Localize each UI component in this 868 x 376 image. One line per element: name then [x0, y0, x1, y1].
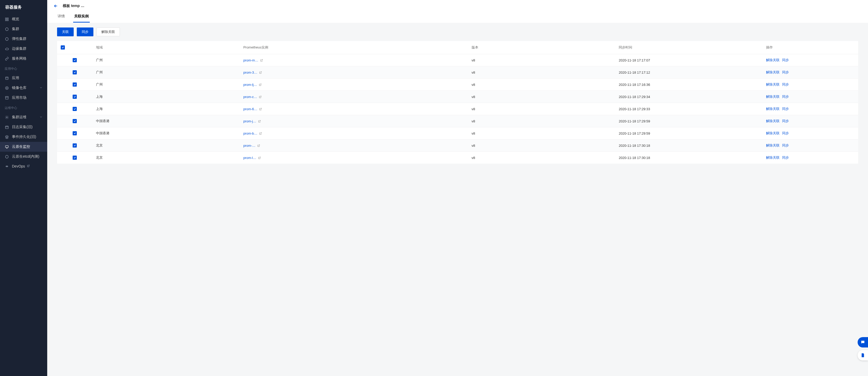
instance-cell: prom-… — [240, 139, 468, 152]
ops-cell: 解除关联同步 — [763, 91, 858, 103]
row-unlink-link[interactable]: 解除关联 — [766, 83, 779, 86]
back-arrow-icon[interactable] — [54, 4, 58, 8]
sidebar-item-event-persist-old[interactable]: 事件持久化(旧) — [0, 132, 47, 142]
row-checkbox[interactable] — [73, 156, 77, 160]
row-unlink-link[interactable]: 解除关联 — [766, 119, 779, 123]
row-check-cell — [57, 127, 92, 139]
row-unlink-link[interactable]: 解除关联 — [766, 156, 779, 159]
tabs: 详情关联实例 — [54, 11, 862, 23]
sidebar-item-cluster[interactable]: 集群 — [0, 24, 47, 34]
row-checkbox[interactable] — [73, 131, 77, 135]
chat-float-button[interactable] — [858, 337, 868, 347]
row-checkbox[interactable] — [73, 70, 77, 74]
link-button[interactable]: 关联 — [57, 28, 74, 36]
ops-cell: 解除关联同步 — [763, 54, 858, 66]
row-sync-link[interactable]: 同步 — [782, 83, 789, 86]
row-checkbox[interactable] — [73, 95, 77, 99]
row-unlink-link[interactable]: 解除关联 — [766, 58, 779, 62]
external-link-icon[interactable] — [257, 144, 260, 147]
row-unlink-link[interactable]: 解除关联 — [766, 95, 779, 98]
external-link-icon[interactable] — [258, 156, 261, 159]
row-sync-link[interactable]: 同步 — [782, 107, 789, 111]
external-link-icon[interactable] — [259, 83, 262, 86]
instance-cell: prom-b… — [240, 127, 468, 139]
sidebar-item-cloud-native-monitor[interactable]: 云原生监控 — [0, 142, 47, 152]
instance-link[interactable]: prom-lj… — [243, 83, 257, 87]
instance-link[interactable]: prom-l… — [243, 156, 256, 160]
instance-link[interactable]: prom-m… — [243, 58, 258, 62]
instance-link[interactable]: prom-c… — [243, 95, 257, 99]
tab-linked[interactable]: 关联实例 — [73, 11, 90, 23]
synctime-cell: 2020-11-18 17:17:07 — [615, 54, 763, 66]
external-link-icon[interactable] — [260, 59, 263, 62]
row-unlink-link[interactable]: 解除关联 — [766, 131, 779, 135]
svg-rect-2 — [5, 20, 6, 21]
sidebar-group-label: 应用中心 — [0, 64, 47, 73]
sidebar-item-app[interactable]: 应用 — [0, 73, 47, 83]
sidebar-item-image-repo[interactable]: 镜像仓库 — [0, 83, 47, 93]
instance-link[interactable]: prom-… — [243, 144, 255, 148]
hex-icon — [5, 155, 9, 159]
ops-cell: 解除关联同步 — [763, 152, 858, 164]
external-link-icon[interactable] — [259, 132, 262, 135]
sidebar-item-cluster-ops[interactable]: 集群运维 — [0, 112, 47, 122]
row-unlink-link[interactable]: 解除关联 — [766, 107, 779, 111]
doc-float-button[interactable] — [858, 350, 868, 361]
row-sync-link[interactable]: 同步 — [782, 119, 789, 123]
row-checkbox[interactable] — [73, 144, 77, 148]
sidebar-item-overview[interactable]: 概览 — [0, 14, 47, 24]
sync-button[interactable]: 同步 — [77, 28, 93, 36]
main-area: 模板 temp … 详情关联实例 关联 同步 解除关联 — [47, 0, 868, 376]
infinity-icon — [5, 164, 9, 168]
float-buttons — [858, 337, 868, 361]
instance-link[interactable]: prom-3… — [243, 70, 257, 74]
svg-rect-7 — [5, 97, 8, 99]
hex-icon — [5, 27, 9, 31]
row-unlink-link[interactable]: 解除关联 — [766, 144, 779, 147]
instance-link[interactable]: prom-b… — [243, 131, 257, 135]
instance-cell: prom-lj… — [240, 79, 468, 91]
instance-link[interactable]: prom-6… — [243, 107, 257, 111]
row-sync-link[interactable]: 同步 — [782, 95, 789, 98]
instance-link[interactable]: prom-j… — [243, 119, 256, 123]
row-checkbox[interactable] — [73, 83, 77, 87]
sidebar-item-log-old[interactable]: 日志采集(旧) — [0, 122, 47, 132]
sidebar-item-service-mesh[interactable]: 服务网格 — [0, 54, 47, 64]
grid-icon — [5, 17, 9, 21]
row-checkbox[interactable] — [73, 58, 77, 62]
svg-rect-3 — [7, 20, 8, 21]
app-icon — [5, 76, 9, 80]
synctime-cell: 2020-11-18 17:29:59 — [615, 127, 763, 139]
chevron-down-icon — [39, 86, 42, 90]
calendar-icon — [5, 125, 9, 129]
ops-cell: 解除关联同步 — [763, 115, 858, 127]
row-sync-link[interactable]: 同步 — [782, 58, 789, 62]
unlink-button[interactable]: 解除关联 — [96, 28, 120, 36]
row-sync-link[interactable]: 同步 — [782, 70, 789, 74]
external-link-icon[interactable] — [259, 107, 262, 111]
sidebar-item-app-market[interactable]: 应用市场 — [0, 93, 47, 103]
svg-point-8 — [6, 117, 7, 118]
row-unlink-link[interactable]: 解除关联 — [766, 70, 779, 74]
instance-table-panel: 地域 Prometheus实例 版本 同步时间 操作 广州prom-m…v820… — [57, 41, 858, 164]
select-all-checkbox[interactable] — [61, 45, 65, 50]
sidebar-item-label: 应用 — [12, 76, 19, 81]
row-sync-link[interactable]: 同步 — [782, 144, 789, 147]
col-region-header: 地域 — [92, 41, 240, 54]
sidebar-item-elastic-cluster[interactable]: 弹性集群 — [0, 34, 47, 44]
row-sync-link[interactable]: 同步 — [782, 131, 789, 135]
external-link-icon[interactable] — [259, 95, 262, 98]
monitor-icon — [5, 145, 9, 149]
external-link-icon[interactable] — [258, 120, 261, 123]
sidebar-item-edge-cluster[interactable]: 边缘集群 — [0, 44, 47, 54]
row-checkbox[interactable] — [73, 119, 77, 123]
tab-detail[interactable]: 详情 — [57, 11, 66, 23]
sidebar-item-devops[interactable]: DevOps — [0, 161, 47, 171]
external-link-icon[interactable] — [259, 71, 262, 74]
row-sync-link[interactable]: 同步 — [782, 156, 789, 159]
sidebar-item-cloud-native-etcd[interactable]: 云原生etcd(内测) — [0, 152, 47, 161]
col-check-header — [57, 41, 92, 54]
row-check-cell — [57, 54, 92, 66]
row-checkbox[interactable] — [73, 107, 77, 111]
layers-icon — [5, 135, 9, 139]
